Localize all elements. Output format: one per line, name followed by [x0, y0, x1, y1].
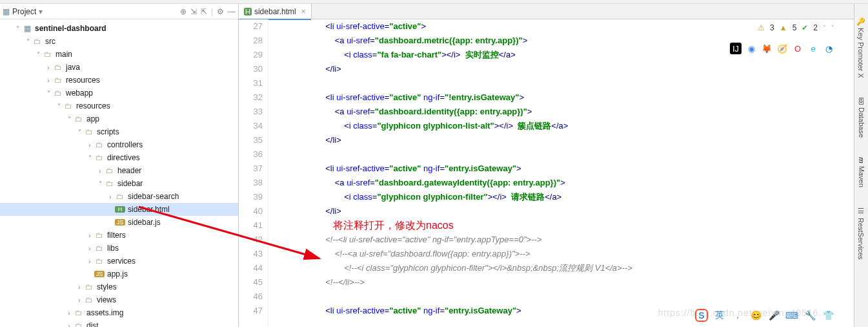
project-title[interactable]: Project — [12, 7, 36, 16]
hide-icon[interactable]: — — [228, 7, 236, 16]
tree-item-src[interactable]: ˅ 🗀 src — [0, 35, 238, 48]
tree-item-services[interactable]: › 🗀 services — [0, 255, 238, 268]
tree-item-sidebar[interactable]: ˅ 🗀 sidebar — [0, 177, 238, 190]
code-line[interactable]: <a ui-sref="dashboard.identity({app: ent… — [279, 105, 854, 119]
code-line[interactable]: <li ui-sref-active="active" ng-if="!entr… — [279, 90, 854, 105]
inspections-widget[interactable]: ⚠3 ▲5 ✔2 ˄ ˅ — [758, 23, 834, 32]
tree-item-controllers[interactable]: › 🗀 controllers — [0, 138, 238, 151]
tree-item-sidebar.html[interactable]: H sidebar.html — [0, 203, 238, 216]
chevron-up-icon[interactable]: ˄ — [823, 25, 826, 31]
tree-item-resources[interactable]: › 🗀 resources — [0, 74, 238, 87]
tree-arrow-icon[interactable]: › — [65, 322, 74, 328]
close-icon[interactable]: × — [301, 7, 306, 16]
code-line[interactable]: <!--<a ui-sref="dashboard.flow({app: ent… — [279, 247, 854, 261]
tree-item-scripts[interactable]: ˅ 🗀 scripts — [0, 125, 238, 138]
tree-arrow-icon[interactable]: › — [44, 64, 53, 71]
tree-item-sidebar-search[interactable]: › 🗀 sidebar-search — [0, 190, 238, 203]
line-number: 37 — [239, 162, 263, 176]
tree-arrow-icon[interactable]: › — [44, 77, 53, 84]
project-tree[interactable]: ˅ ▦ sentinel-dashboard ˅ 🗀 src ˅ 🗀 main … — [0, 19, 238, 327]
code-line[interactable]: </li> — [279, 62, 854, 76]
chevron-down-icon[interactable]: ˅ — [831, 25, 834, 31]
tree-item-dist[interactable]: › 🗀 dist — [0, 319, 238, 327]
tree-item-resources[interactable]: ˅ 🗀 resources — [0, 100, 238, 112]
ime-punct[interactable]: ， — [731, 309, 744, 322]
tree-arrow-icon[interactable]: › — [75, 284, 84, 291]
tree-arrow-icon[interactable]: ˅ — [65, 116, 74, 123]
tree-arrow-icon[interactable]: › — [75, 297, 84, 304]
code-line[interactable]: </li> — [279, 204, 854, 218]
safari-icon[interactable]: 🧭 — [776, 43, 788, 54]
tree-item-filters[interactable]: › 🗀 filters — [0, 229, 238, 242]
ime-tool-icon[interactable]: 🔧 — [803, 309, 816, 322]
code-line[interactable]: <i class="glyphicon glyphicon-filter"></… — [279, 190, 854, 204]
code-line[interactable]: <a ui-sref="dashboard.gatewayIdentity({a… — [279, 176, 854, 190]
ime-skin-icon[interactable]: 👕 — [822, 309, 834, 322]
code-line[interactable]: </li> — [279, 133, 854, 147]
locate-icon[interactable]: ⊕ — [180, 7, 187, 16]
tree-item-assets.img[interactable]: › 🗀 assets.img — [0, 306, 238, 319]
tab-key-promoter[interactable]: 🔑Key Promoter X — [857, 17, 865, 78]
tree-arrow-icon[interactable]: › — [96, 167, 105, 174]
code-line[interactable]: <i class="glyphicon glyphicon-list-alt">… — [279, 119, 854, 133]
opera-icon[interactable]: O — [792, 43, 803, 54]
tab-rest-services[interactable]: ☰RestServices — [857, 207, 865, 260]
tree-item-app[interactable]: ˅ 🗀 app — [0, 112, 238, 125]
tree-arrow-icon[interactable]: ˅ — [34, 51, 43, 58]
edge-icon[interactable]: ◔ — [823, 43, 834, 54]
ime-lang[interactable]: 英 — [713, 309, 726, 322]
code-area[interactable]: <li ui-sref-active="active"> <a ui-sref=… — [268, 19, 854, 327]
ie-icon[interactable]: e — [807, 43, 819, 54]
collapse-all-icon[interactable]: ⇱ — [201, 7, 207, 16]
editor-body[interactable]: 2728293031323334353637383940414243444546… — [239, 19, 854, 327]
tree-item-views[interactable]: › 🗀 views — [0, 293, 238, 306]
gear-icon[interactable]: ⚙ — [217, 7, 224, 16]
tree-arrow-icon[interactable]: › — [106, 193, 115, 200]
tree-item-styles[interactable]: › 🗀 styles — [0, 280, 238, 293]
tree-item-directives[interactable]: ˅ 🗀 directives — [0, 151, 238, 164]
ime-keyboard-icon[interactable]: ⌨ — [785, 309, 798, 322]
tree-item-app.js[interactable]: JS app.js — [0, 268, 238, 280]
tree-item-header[interactable]: › 🗀 header — [0, 164, 238, 177]
tree-arrow-icon[interactable]: ˅ — [44, 90, 53, 97]
tree-item-sentinel-dashboard[interactable]: ˅ ▦ sentinel-dashboard — [0, 22, 238, 35]
tree-arrow-icon[interactable]: › — [85, 245, 94, 252]
tree-item-java[interactable]: › 🗀 java — [0, 61, 238, 74]
sogou-icon[interactable]: S — [695, 309, 708, 322]
tree-arrow-icon[interactable]: › — [85, 142, 94, 149]
tree-arrow-icon[interactable]: ˅ — [96, 180, 105, 187]
tree-arrow-icon[interactable]: ˅ — [23, 38, 32, 45]
expand-all-icon[interactable]: ⇲ — [190, 7, 197, 16]
code-line[interactable]: <li ui-sref-active="active" ng-if="entry… — [279, 162, 854, 176]
tree-item-webapp[interactable]: ˅ 🗀 webapp — [0, 87, 238, 100]
tab-maven[interactable]: mMaven — [858, 157, 865, 187]
tree-item-sidebar.js[interactable]: JS sidebar.js — [0, 216, 238, 229]
ok-icon: ✔ — [802, 23, 808, 32]
code-line[interactable]: <!--<li ui-sref-active="active" ng-if="e… — [279, 233, 854, 247]
editor-tab[interactable]: H sidebar.html × — [239, 4, 312, 19]
tree-arrow-icon[interactable]: › — [85, 258, 94, 265]
tab-database[interactable]: 🗄Database — [858, 98, 865, 138]
code-line[interactable]: <!--</li>--> — [279, 275, 854, 290]
code-line[interactable] — [279, 290, 854, 304]
chrome-icon[interactable]: ◉ — [745, 43, 757, 54]
folder-icon: 🗀 — [94, 140, 105, 149]
tree-arrow-icon[interactable]: ˅ — [13, 25, 22, 32]
tree-label: resources — [76, 101, 110, 111]
project-dropdown-icon[interactable]: ▾ — [39, 7, 43, 16]
tree-item-main[interactable]: ˅ 🗀 main — [0, 48, 238, 61]
code-line[interactable]: <!--<i class="glyphicon glyphicon-filter… — [279, 261, 854, 275]
ime-voice-icon[interactable]: 🎤 — [767, 309, 780, 322]
tree-arrow-icon[interactable]: › — [85, 232, 94, 239]
tree-arrow-icon[interactable]: ˅ — [75, 129, 84, 136]
tree-item-libs[interactable]: › 🗀 libs — [0, 242, 238, 255]
firefox-icon[interactable]: 🦊 — [761, 43, 772, 54]
code-line[interactable] — [279, 147, 854, 162]
tree-arrow-icon[interactable]: › — [65, 310, 74, 317]
ime-emoji-icon[interactable]: 😊 — [749, 309, 762, 322]
module-icon: ▦ — [22, 24, 32, 33]
tree-arrow-icon[interactable]: ˅ — [54, 103, 63, 110]
code-line[interactable] — [279, 76, 854, 90]
intellij-icon[interactable]: IJ — [730, 43, 742, 54]
tree-arrow-icon[interactable]: ˅ — [85, 154, 94, 162]
